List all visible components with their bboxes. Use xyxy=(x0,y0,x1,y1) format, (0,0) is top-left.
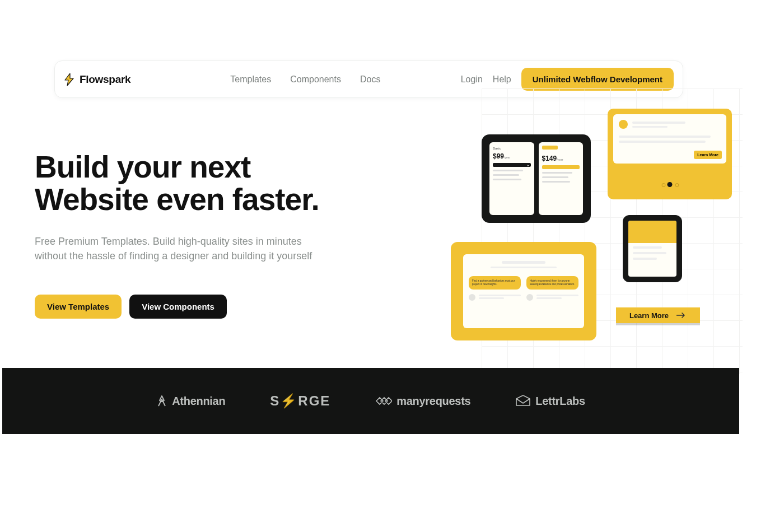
avatar-icon xyxy=(526,294,533,301)
plan-bar-dark: ▸ xyxy=(493,163,531,167)
plan-label-left: Basic xyxy=(493,147,531,150)
nav-right: Login Help Unlimited Webflow Development xyxy=(461,68,674,91)
plan-price-left: $99/year xyxy=(493,152,531,160)
tablet-header xyxy=(628,221,676,243)
brand-name: Flowspark xyxy=(80,73,130,86)
manyrequests-icon xyxy=(375,396,392,406)
nav-link-help[interactable]: Help xyxy=(493,74,511,85)
plan-bullet xyxy=(542,172,572,174)
view-components-button[interactable]: View Components xyxy=(129,295,227,319)
tablet-inner xyxy=(628,221,676,277)
avatar-circle-icon xyxy=(619,120,628,129)
avatar-lines xyxy=(479,295,521,300)
quote-row: Find a partner and behaviors most our pr… xyxy=(469,276,578,290)
logo-sirge-text: S⚡RGE xyxy=(270,393,330,409)
logo-manyrequests-text: manyrequests xyxy=(396,395,470,408)
illustration-pricing-card: Basic $99/year ▸ $149/year xyxy=(482,134,591,223)
nav-link-login[interactable]: Login xyxy=(461,74,483,85)
text-line xyxy=(633,252,666,254)
hero-heading: Build your next Website even faster. xyxy=(35,151,393,216)
hero-heading-line1: Build your next xyxy=(35,150,250,184)
page: Flowspark Templates Components Docs Logi… xyxy=(0,0,739,532)
text-line xyxy=(491,267,557,268)
plan-highlight-tag xyxy=(542,146,558,150)
text-line xyxy=(633,258,657,260)
illustration-info-card: Learn More xyxy=(608,109,732,199)
avatar-row xyxy=(526,294,578,301)
quote-pill-right: Highly recommend them for anyone seeking… xyxy=(526,276,578,290)
logo-lettrlabs-text: LettrLabs xyxy=(535,395,585,408)
hero-subtext: Free Premium Templates. Build high-quali… xyxy=(35,234,329,263)
learn-more-label: Learn More xyxy=(629,311,669,320)
quote-pill-left: Find a partner and behaviors most our pr… xyxy=(469,276,521,290)
plan-bullet xyxy=(493,174,519,176)
nav-link-docs[interactable]: Docs xyxy=(360,74,380,85)
learn-more-button[interactable]: Learn More xyxy=(616,307,700,323)
hero-heading-line2: Website even faster. xyxy=(35,182,319,217)
logo-lettrlabs: LettrLabs xyxy=(515,395,585,408)
pricing-panel-right: $149/year xyxy=(539,142,584,215)
nav-cta-button[interactable]: Unlimited Webflow Development xyxy=(521,68,674,91)
text-line xyxy=(619,141,706,143)
plan-price-right-value: $149 xyxy=(542,155,557,162)
avatar-row xyxy=(469,294,521,301)
plan-per-right: /year xyxy=(557,158,563,161)
plan-per-left: /year xyxy=(504,156,510,159)
view-templates-button[interactable]: View Templates xyxy=(35,295,122,319)
plan-bullet xyxy=(542,181,571,183)
logo-sirge: S⚡RGE xyxy=(270,393,330,409)
avatar-icon xyxy=(469,294,475,301)
logo-athennian: Athennian xyxy=(156,395,225,408)
nav-link-templates[interactable]: Templates xyxy=(230,74,271,85)
brand[interactable]: Flowspark xyxy=(64,73,130,86)
envelope-icon xyxy=(515,395,531,407)
plan-bullet xyxy=(542,176,568,178)
nav-link-components[interactable]: Components xyxy=(290,74,341,85)
plan-price-left-value: $99 xyxy=(493,152,504,160)
text-line xyxy=(619,136,711,138)
arrow-right-icon xyxy=(676,312,687,318)
logo-manyrequests: manyrequests xyxy=(375,395,470,408)
illustration-tablet-card xyxy=(623,215,682,282)
text-line xyxy=(632,122,685,124)
hero: Build your next Website even faster. Fre… xyxy=(35,151,393,319)
logo-strip: Athennian S⚡RGE manyrequests LettrLabs xyxy=(2,368,739,434)
hero-buttons: View Templates View Components xyxy=(35,295,393,319)
info-card-inner: Learn More xyxy=(613,114,726,164)
athennian-icon xyxy=(156,395,167,407)
nav-center: Templates Components Docs xyxy=(230,74,380,85)
pricing-panel-left: Basic $99/year ▸ xyxy=(489,142,534,215)
text-line xyxy=(633,246,662,249)
avatar-lines xyxy=(536,295,578,300)
brand-bolt-icon xyxy=(64,73,75,86)
plan-bullet xyxy=(493,179,521,180)
illustration-quotes-card: Find a partner and behaviors most our pr… xyxy=(451,242,596,340)
plan-price-right: $149/year xyxy=(542,155,580,162)
learn-more-tag: Learn More xyxy=(694,151,722,159)
hero-illustration: Basic $99/year ▸ $149/year xyxy=(448,102,739,371)
logo-athennian-text: Athennian xyxy=(172,395,225,408)
text-line xyxy=(632,126,668,128)
quotes-inner: Find a partner and behaviors most our pr… xyxy=(463,254,584,328)
plan-bar-yellow xyxy=(542,165,580,169)
carousel-dots-icon xyxy=(668,182,673,187)
plan-bullet xyxy=(493,170,523,171)
text-line xyxy=(502,261,545,264)
